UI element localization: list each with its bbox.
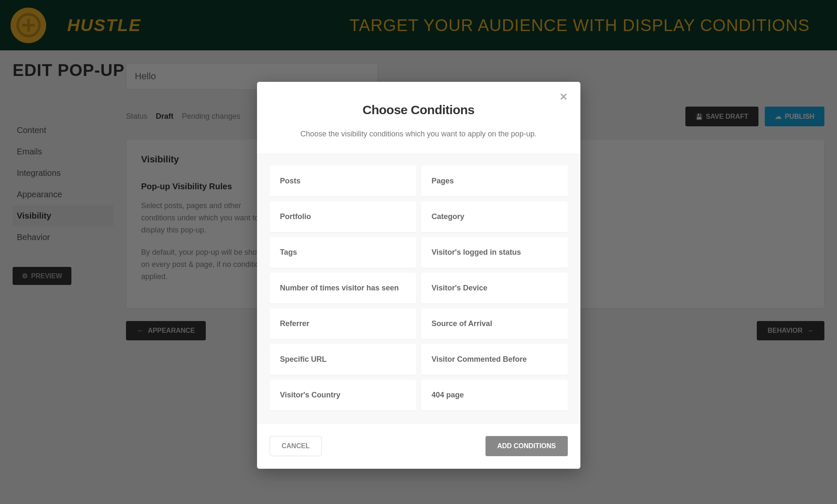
add-conditions-button[interactable]: ADD CONDITIONS <box>485 436 568 456</box>
modal-subtitle: Choose the visibility conditions which y… <box>274 130 564 138</box>
modal-overlay: ✕ Choose Conditions Choose the visibilit… <box>0 0 837 504</box>
condition-category[interactable]: Category <box>421 201 568 232</box>
condition-source[interactable]: Source of Arrival <box>421 308 568 339</box>
condition-posts[interactable]: Posts <box>270 166 416 196</box>
modal-title: Choose Conditions <box>274 103 564 117</box>
modal-body: Posts Pages Portfolio Category Tags Visi… <box>257 153 580 423</box>
condition-country[interactable]: Visitor's Country <box>270 380 416 410</box>
condition-pages[interactable]: Pages <box>421 166 568 196</box>
conditions-modal: ✕ Choose Conditions Choose the visibilit… <box>257 82 580 469</box>
condition-referrer[interactable]: Referrer <box>270 308 416 339</box>
modal-header: ✕ Choose Conditions Choose the visibilit… <box>257 82 580 153</box>
cancel-button[interactable]: CANCEL <box>270 436 322 456</box>
condition-logged-in[interactable]: Visitor's logged in status <box>421 237 568 268</box>
condition-404[interactable]: 404 page <box>421 380 568 410</box>
condition-tags[interactable]: Tags <box>270 237 416 268</box>
condition-url[interactable]: Specific URL <box>270 344 416 375</box>
condition-times-seen[interactable]: Number of times visitor has seen <box>270 273 416 303</box>
condition-commented[interactable]: Visitor Commented Before <box>421 344 568 375</box>
modal-footer: CANCEL ADD CONDITIONS <box>257 423 580 469</box>
close-button[interactable]: ✕ <box>559 91 568 103</box>
condition-portfolio[interactable]: Portfolio <box>270 201 416 232</box>
condition-device[interactable]: Visitor's Device <box>421 273 568 303</box>
